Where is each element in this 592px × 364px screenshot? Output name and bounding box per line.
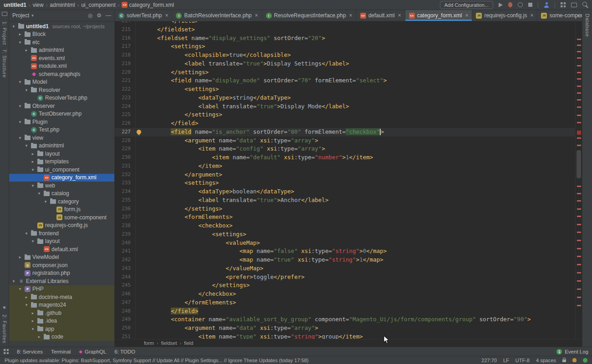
line-number[interactable]: 220 xyxy=(115,68,136,77)
error-mark[interactable] xyxy=(577,39,581,40)
error-mark[interactable] xyxy=(577,216,581,217)
line-number[interactable]: 244 xyxy=(115,273,136,282)
error-mark[interactable] xyxy=(577,224,581,225)
error-mark[interactable] xyxy=(577,51,581,52)
line-number[interactable]: 227 xyxy=(115,128,136,136)
error-mark[interactable] xyxy=(577,248,581,249)
tool-window-button-GraphQL[interactable]: ◆GraphQL xyxy=(79,349,106,354)
error-mark[interactable] xyxy=(577,208,581,210)
tree-expand-icon[interactable]: ▾ xyxy=(30,183,36,188)
tree-expand-icon[interactable]: ▾ xyxy=(17,40,23,45)
code-line-216[interactable]: 216 <fieldset name="display_settings" so… xyxy=(115,34,575,43)
tool-window-button-8--Services[interactable]: 8: Services xyxy=(17,349,43,354)
tree-item-events.xml[interactable]: <>events.xml xyxy=(9,54,114,62)
hide-panel-icon[interactable]: — xyxy=(106,12,111,19)
tree-item-Model[interactable]: ▾Model xyxy=(9,78,114,86)
error-mark[interactable] xyxy=(577,280,581,282)
line-number[interactable]: 247 xyxy=(115,298,136,307)
line-number[interactable]: 243 xyxy=(115,264,136,273)
line-number[interactable]: 246 xyxy=(115,290,136,298)
tree-expand-icon[interactable]: ▾ xyxy=(24,88,29,92)
line-number[interactable]: 239 xyxy=(115,230,136,239)
error-mark[interactable] xyxy=(577,240,581,241)
tree-item-Block[interactable]: ▸Block xyxy=(9,30,114,39)
code-line-223[interactable]: 223 <dataType>string</dataType> xyxy=(115,94,575,102)
error-mark[interactable] xyxy=(577,86,581,87)
tree-expand-icon[interactable]: ▾ xyxy=(17,136,23,140)
hidden-tabs-chevron-icon[interactable]: ▾ xyxy=(577,13,580,18)
code-line-228[interactable]: 228 <argument name="data" xsi:type="arra… xyxy=(115,136,575,145)
caret-position[interactable]: 227:70 xyxy=(481,358,497,363)
code-line-247[interactable]: 247 </formElements> xyxy=(115,298,575,307)
tool-window-button-database[interactable]: Database xyxy=(585,14,590,37)
status-indicator-icon[interactable] xyxy=(583,358,587,363)
tree-item-schema.graphqls[interactable]: ◆schema.graphqls xyxy=(9,70,114,78)
tool-window-button-6--TODO[interactable]: 6: TODO xyxy=(114,349,135,354)
tree-expand-icon[interactable]: ▸ xyxy=(36,334,42,339)
debug-icon[interactable] xyxy=(508,2,512,7)
tree-expand-icon[interactable]: ▾ xyxy=(17,120,23,124)
breadcrumb-item-form[interactable]: form xyxy=(144,340,154,346)
tree-item-adminhtml[interactable]: ▾adminhtml xyxy=(9,142,114,150)
line-number[interactable]: 217 xyxy=(115,42,136,51)
line-number[interactable]: 250 xyxy=(115,324,136,333)
code-line-248[interactable]: 248 </field> xyxy=(115,307,575,316)
tree-item-category_form.xml[interactable]: <>category_form.xml xyxy=(9,174,114,182)
error-mark[interactable] xyxy=(577,78,581,80)
line-number[interactable]: 214 xyxy=(115,21,136,25)
code-line-221[interactable]: 221 <field name="display_mode" sortOrder… xyxy=(115,76,575,85)
error-mark[interactable] xyxy=(577,305,581,306)
error-mark[interactable] xyxy=(577,297,581,298)
tree-item-category[interactable]: ▾category xyxy=(9,197,114,206)
error-mark[interactable] xyxy=(577,288,581,290)
breadcrumb-item[interactable]: view xyxy=(33,2,44,8)
tree-expand-icon[interactable]: ▾ xyxy=(11,279,16,283)
tree-item-templates[interactable]: ▸templates xyxy=(9,158,114,166)
editor-tab-BatchResolverInterface.php[interactable]: IBatchResolverInterface.php× xyxy=(172,10,262,21)
code-line-226[interactable]: 226 </field> xyxy=(115,119,575,128)
indent-setting[interactable]: 4 spaces xyxy=(536,358,556,363)
line-number[interactable]: 229 xyxy=(115,145,136,153)
error-stripe[interactable] xyxy=(575,21,582,339)
code-line-230[interactable]: 230 <item name="default" xsi:type="numbe… xyxy=(115,153,575,162)
code-line-246[interactable]: 246 </checkbox> xyxy=(115,290,575,298)
code-line-225[interactable]: 225 </settings> xyxy=(115,111,575,119)
tree-item-Plugin[interactable]: ▾Plugin xyxy=(9,118,114,126)
event-log-button[interactable]: 1 Event Log xyxy=(556,349,588,354)
tab-close-icon[interactable]: × xyxy=(530,12,533,19)
error-mark[interactable] xyxy=(577,137,581,139)
tool-window-switcher-icon[interactable] xyxy=(4,349,9,354)
tree-expand-icon[interactable]: ▸ xyxy=(30,159,36,164)
code-line-232[interactable]: 232 </argument> xyxy=(115,171,575,179)
line-number[interactable]: 236 xyxy=(115,205,136,213)
tool-window-button-structure[interactable]: 7: Structure xyxy=(2,49,7,78)
tree-expand-icon[interactable]: ▾ xyxy=(17,80,23,84)
line-number[interactable]: 225 xyxy=(115,111,136,119)
tree-item-code[interactable]: ▸code xyxy=(9,333,114,341)
code-line-222[interactable]: 222 <settings> xyxy=(115,85,575,94)
line-number[interactable]: 226 xyxy=(115,119,136,128)
tree-item-app[interactable]: ▾app xyxy=(9,325,114,333)
line-number[interactable]: 241 xyxy=(115,247,136,256)
file-encoding[interactable]: UTF-8 xyxy=(515,358,530,363)
tree-item-form.js[interactable]: JSform.js xyxy=(9,206,114,214)
tab-close-icon[interactable]: × xyxy=(398,12,401,19)
tree-item-composer.json[interactable]: {}composer.json xyxy=(9,261,114,269)
notifications-icon[interactable] xyxy=(572,358,577,362)
tree-item-some-component[interactable]: JSsome-component xyxy=(9,213,114,222)
editor-tab-category_form.xml[interactable]: <>category_form.xml× xyxy=(405,10,473,21)
error-mark[interactable] xyxy=(577,145,581,146)
tree-expand-icon[interactable]: ▾ xyxy=(17,104,23,108)
add-configuration-button[interactable]: Add Configuration... xyxy=(440,1,493,9)
line-number[interactable]: 249 xyxy=(115,315,136,324)
error-mark-block[interactable] xyxy=(577,131,581,135)
code-line-219[interactable]: 219 <label translate="true">Display Sett… xyxy=(115,60,575,68)
error-mark[interactable] xyxy=(577,99,581,101)
tree-expand-icon[interactable]: ▾ xyxy=(24,303,29,307)
tree-item-web[interactable]: ▾web xyxy=(9,182,114,190)
tree-expand-icon[interactable]: ▸ xyxy=(24,48,29,52)
tree-expand-icon[interactable]: ▾ xyxy=(30,327,36,331)
code-line-220[interactable]: 220 </settings> xyxy=(115,68,575,77)
tab-close-icon[interactable]: × xyxy=(465,12,468,19)
tab-close-icon[interactable]: × xyxy=(165,12,168,19)
